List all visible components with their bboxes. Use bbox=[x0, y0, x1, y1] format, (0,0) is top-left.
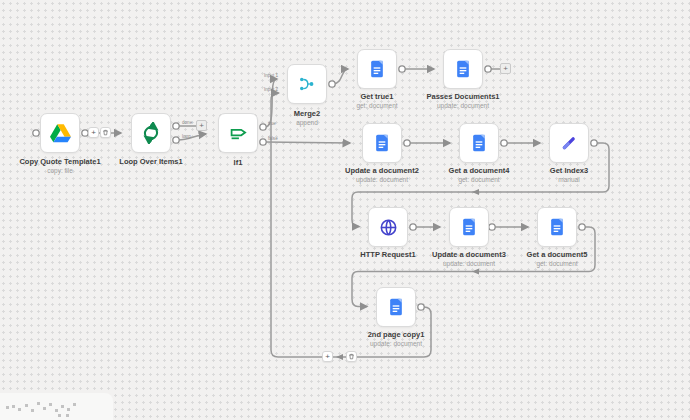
google-docs-icon bbox=[453, 59, 473, 79]
google-docs-icon bbox=[367, 59, 387, 79]
google-docs-icon bbox=[547, 217, 567, 237]
connection-delete-button[interactable] bbox=[100, 127, 111, 138]
node-if1[interactable] bbox=[218, 113, 258, 153]
workflow-canvas[interactable]: done loop true false Input 1 Input 2 Cop… bbox=[0, 0, 690, 420]
done-add-node-button[interactable]: + bbox=[196, 120, 207, 131]
node-get-a-document5[interactable] bbox=[537, 207, 577, 247]
pen-icon bbox=[559, 133, 579, 153]
node-update-a-document3[interactable] bbox=[449, 207, 489, 247]
loop-port-label: loop bbox=[182, 134, 191, 139]
node-get-a-document4[interactable] bbox=[459, 123, 499, 163]
google-docs-icon bbox=[372, 133, 392, 153]
node-update-a-document2[interactable] bbox=[362, 123, 402, 163]
node-2nd-page-copy1[interactable] bbox=[376, 287, 416, 327]
node-get-true1[interactable] bbox=[357, 49, 397, 89]
passes-add-node-button[interactable]: + bbox=[500, 63, 511, 74]
loop-icon bbox=[140, 122, 162, 144]
node-passes-documents1[interactable] bbox=[443, 49, 483, 89]
node-loop-over-items1[interactable] bbox=[131, 113, 171, 153]
google-docs-icon bbox=[386, 297, 406, 317]
merge-icon bbox=[297, 74, 317, 94]
google-docs-icon bbox=[459, 217, 479, 237]
loopback-add-node-button[interactable]: + bbox=[322, 351, 333, 362]
node-merge2[interactable] bbox=[287, 64, 327, 104]
trash-icon bbox=[102, 129, 109, 136]
if-signpost-icon bbox=[227, 122, 249, 144]
connections-layer: done loop true false Input 1 Input 2 bbox=[0, 0, 690, 420]
merge-input2-label: Input 2 bbox=[264, 87, 278, 92]
trash-icon bbox=[348, 353, 355, 360]
true-port-label: true bbox=[268, 121, 276, 126]
watermark-logo bbox=[0, 393, 113, 420]
google-drive-icon bbox=[50, 124, 71, 143]
globe-icon bbox=[378, 217, 399, 238]
loopback-delete-button[interactable] bbox=[346, 351, 357, 362]
node-get-index3[interactable] bbox=[549, 123, 589, 163]
done-port-label: done bbox=[182, 120, 193, 125]
false-port-label: false bbox=[268, 136, 278, 141]
connection-add-node-button[interactable]: + bbox=[88, 127, 99, 138]
merge-input1-label: Input 1 bbox=[264, 73, 278, 78]
node-http-request1[interactable] bbox=[368, 207, 408, 247]
google-docs-icon bbox=[469, 133, 489, 153]
node-copy-quote-template1[interactable] bbox=[40, 113, 80, 153]
